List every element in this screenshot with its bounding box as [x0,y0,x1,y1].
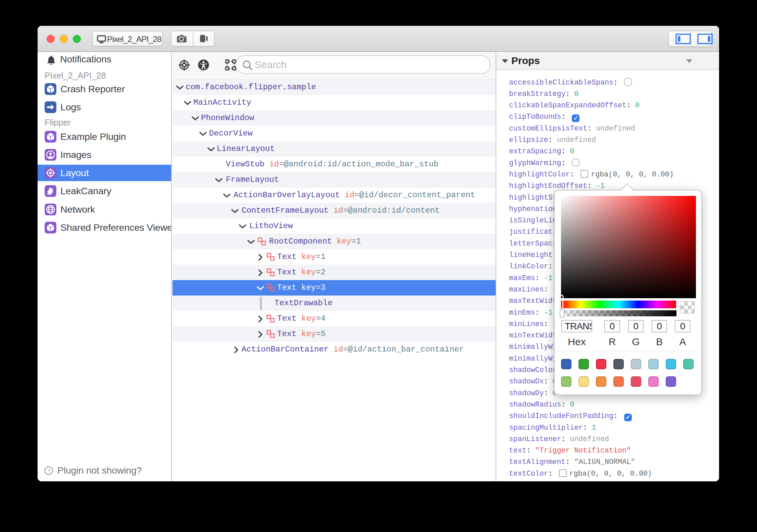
svg-text:?: ? [47,468,50,474]
